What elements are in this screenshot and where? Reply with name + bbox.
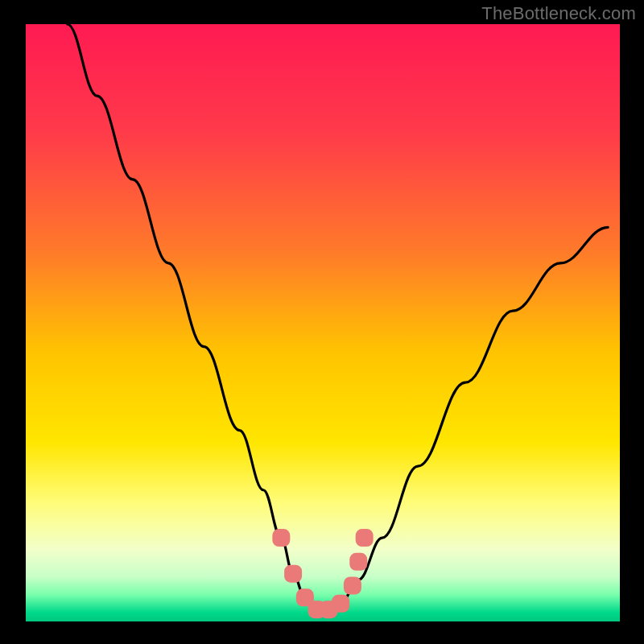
marker-dot	[272, 529, 290, 547]
chart-frame: TheBottleneck.com	[0, 0, 644, 644]
bottleneck-chart	[0, 0, 644, 644]
marker-dot	[349, 553, 367, 571]
marker-dot	[332, 595, 349, 613]
plot-background	[26, 24, 620, 621]
marker-dot	[356, 529, 374, 547]
marker-dot	[344, 576, 361, 594]
watermark-text: TheBottleneck.com	[481, 3, 636, 24]
marker-dot	[284, 565, 302, 583]
